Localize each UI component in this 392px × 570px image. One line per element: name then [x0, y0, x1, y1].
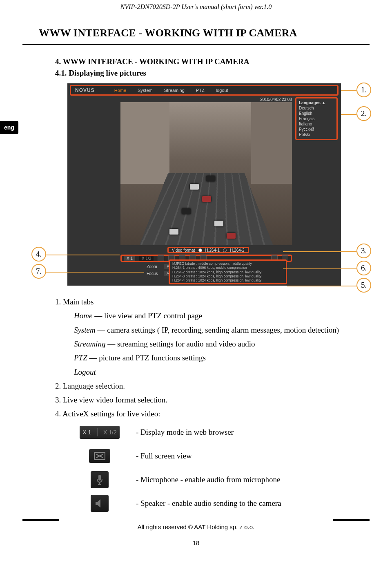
legend-1-head: 1. Main tabs	[55, 295, 353, 308]
activex-icon-list: X 1X 1/2 - Display mode in web browser -…	[80, 425, 392, 511]
legend-ptz-text: — picture and PTZ functions settings	[87, 353, 206, 362]
callout-2: 2.	[356, 106, 371, 121]
lang-opt[interactable]: Français	[299, 116, 334, 121]
legend-3: 3. Live view video format selection.	[55, 393, 353, 407]
microphone-desc: - Microphone - enable audio from microph…	[136, 475, 281, 484]
section-rule	[22, 44, 370, 46]
legend-4: 4. ActiveX settings for live video:	[55, 407, 353, 420]
lang-opt[interactable]: Deutsch	[299, 105, 334, 111]
lang-opt[interactable]: English	[299, 111, 334, 116]
legend-home-italic: Home	[74, 311, 92, 320]
fullscreen-icon[interactable]	[158, 255, 164, 261]
legend-streaming-text: — streaming settings for audio and video…	[105, 340, 255, 348]
x1-label: X 1	[82, 429, 91, 436]
footer-copyright: All rights reserved © AAT Holding sp. z …	[0, 523, 392, 530]
nav-logout[interactable]: logout	[216, 88, 228, 93]
page-number: 18	[0, 539, 392, 546]
x12-label: X 1/2	[103, 429, 117, 436]
language-header: Languages ▲	[299, 100, 334, 105]
language-selector[interactable]: Languages ▲ Deutsch English Français Ita…	[295, 97, 338, 140]
display-mode-icon: X 1X 1/2	[80, 425, 120, 440]
display-mode-desc: - Display mode in web browser	[136, 428, 234, 437]
video-format-label: Video format	[172, 248, 195, 253]
callout-1: 1.	[356, 83, 371, 97]
video-format-row: Video format H.264-1 H.264-2	[167, 247, 249, 253]
focus-label: Focus	[147, 271, 162, 276]
radio-h264-1[interactable]	[198, 248, 202, 252]
legend-system-italic: System	[74, 326, 96, 334]
bitrate-line: H.264-3 bitrate : 1024 kbps, high compre…	[172, 274, 283, 278]
bitrate-info-box: MJPEG bitrate : middle compression, midd…	[169, 259, 287, 284]
callout-5: 5.	[356, 278, 371, 293]
legend-home-text: — live view and PTZ control page	[92, 311, 202, 320]
heading-4: 4. WWW INTERFACE - WORKING WITH IP CAMER…	[55, 56, 353, 67]
speaker-big-icon	[80, 496, 120, 511]
page-header: NVIP-2DN7020SD-2P User's manual (short f…	[0, 0, 392, 11]
radio-h264-2[interactable]	[223, 248, 227, 252]
callout-3: 3.	[356, 244, 371, 258]
bitrate-line: H.264-4 bitrate : 1024 kbps, high compre…	[172, 278, 283, 282]
video-format-opt1: H.264-1	[205, 248, 220, 253]
microphone-big-icon	[80, 472, 120, 487]
callout-4: 4.	[31, 247, 46, 262]
legend-ptz-italic: PTZ	[74, 353, 87, 362]
live-video-view	[120, 102, 292, 245]
legend-system-text: — camera settings ( IP, recording, sendi…	[96, 326, 339, 334]
fullscreen-big-icon	[80, 449, 120, 463]
zoom-x12-button[interactable]: X 1/2	[139, 256, 154, 261]
legend-2: 2. Language selection.	[55, 380, 353, 393]
callout-6: 6.	[356, 261, 371, 275]
bitrate-line: H.264-2 bitrate : 1024 kbps, high compre…	[172, 270, 283, 274]
legend-streaming-italic: Streaming	[74, 340, 105, 348]
lang-opt[interactable]: Italiano	[299, 121, 334, 127]
brand-logo: NOVUS	[75, 87, 95, 93]
lang-opt[interactable]: Русский	[299, 127, 334, 132]
svg-rect-1	[98, 475, 101, 481]
zoom-label: Zoom	[147, 264, 162, 269]
lang-opt[interactable]: Polski	[299, 132, 334, 137]
speaker-desc: - Speaker - enable audio sending to the …	[136, 499, 281, 508]
bitrate-line: H.264-1 bitrate : 4096 kbps, middle comp…	[172, 266, 283, 270]
timestamp-label: 2010/04/02 23:08	[260, 97, 292, 102]
callout-7: 7.	[31, 264, 46, 279]
nav-system[interactable]: System	[138, 88, 153, 93]
screenshot-figure: NOVUS Home System Streaming PTZ logout 2…	[55, 83, 392, 286]
nav-ptz[interactable]: PTZ	[196, 88, 205, 93]
bitrate-line: MJPEG bitrate : middle compression, midd…	[172, 262, 283, 266]
legend-logout-italic: Logout	[74, 368, 96, 376]
fullscreen-desc: - Full screen view	[136, 452, 192, 460]
language-tab-eng: eng	[0, 121, 18, 134]
top-nav-bar: NOVUS Home System Streaming PTZ logout	[70, 85, 339, 96]
nav-home[interactable]: Home	[114, 88, 126, 93]
video-format-opt2: H.264-2	[230, 248, 245, 253]
zoom-x1-button[interactable]: X 1	[124, 256, 135, 261]
nav-streaming[interactable]: Streaming	[164, 88, 185, 93]
footer-rule	[22, 520, 370, 520]
heading-4-1: 4.1. Displaying live pictures	[55, 67, 353, 79]
legend-text: 1. Main tabs Home — live view and PTZ co…	[55, 295, 353, 421]
section-title: WWW INTERFACE - WORKING WITH IP CAMERA	[39, 27, 392, 39]
